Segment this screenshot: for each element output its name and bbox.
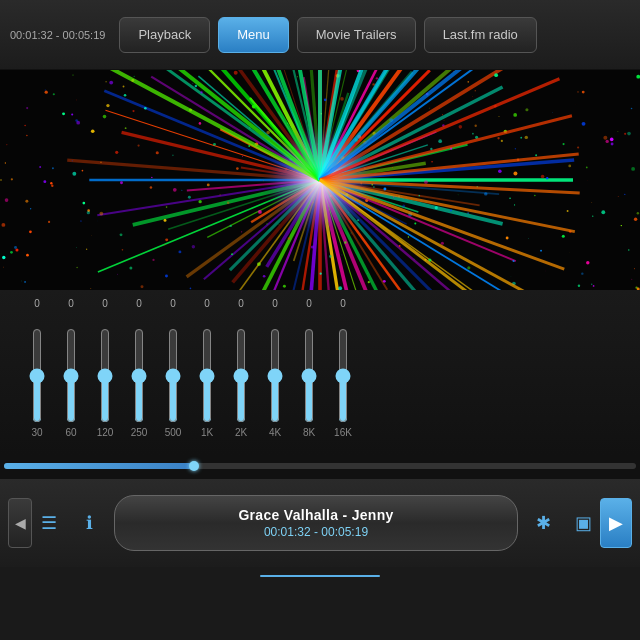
top-bar: 00:01:32 - 00:05:19 Playback Menu Movie … [0, 0, 640, 70]
progress-track[interactable] [4, 463, 636, 469]
eq-val-4: 0 [156, 298, 190, 309]
eq-lbl-250: 250 [122, 427, 156, 438]
eq-slider-30[interactable] [29, 328, 45, 423]
eq-lbl-30: 30 [20, 427, 54, 438]
video-area[interactable] [0, 70, 640, 290]
dots-indicator [260, 575, 380, 577]
track-time: 00:01:32 - 00:05:19 [264, 525, 368, 539]
bottom-dots [0, 567, 640, 585]
playlist-button[interactable]: ☰ [32, 506, 66, 540]
eq-lbl-60: 60 [54, 427, 88, 438]
eq-val-8: 0 [292, 298, 326, 309]
eq-band-120[interactable] [88, 313, 122, 423]
progress-area[interactable] [0, 455, 640, 477]
prev-button[interactable]: ◀ [8, 498, 32, 548]
track-info: Grace Valhalla - Jenny 00:01:32 - 00:05:… [114, 495, 518, 551]
nav-lastfm[interactable]: Last.fm radio [424, 17, 537, 53]
eq-band-8k[interactable] [292, 313, 326, 423]
info-button[interactable]: ℹ [72, 506, 106, 540]
eq-band-30[interactable] [20, 313, 54, 423]
eq-slider-4k[interactable] [267, 328, 283, 423]
eq-val-1: 0 [54, 298, 88, 309]
eq-slider-120[interactable] [97, 328, 113, 423]
bottom-controls: ◀ ☰ ℹ Grace Valhalla - Jenny 00:01:32 - … [0, 477, 640, 567]
nav-playback[interactable]: Playback [119, 17, 210, 53]
eq-values-row: 0 0 0 0 0 0 0 0 0 0 [20, 298, 360, 309]
prev-icon: ◀ [15, 515, 26, 531]
eq-val-7: 0 [258, 298, 292, 309]
eq-lbl-8k: 8K [292, 427, 326, 438]
eq-val-5: 0 [190, 298, 224, 309]
eq-val-9: 0 [326, 298, 360, 309]
eq-val-2: 0 [88, 298, 122, 309]
eq-lbl-16k: 16K [326, 427, 360, 438]
eq-slider-8k[interactable] [301, 328, 317, 423]
eq-val-0: 0 [20, 298, 54, 309]
left-controls: ☰ ℹ [32, 506, 106, 540]
settings-button[interactable]: ✱ [526, 506, 560, 540]
eq-sliders-row [20, 313, 360, 423]
eq-band-60[interactable] [54, 313, 88, 423]
right-controls: ✱ ▣ [526, 506, 600, 540]
eq-band-1k[interactable] [190, 313, 224, 423]
eq-band-2k[interactable] [224, 313, 258, 423]
progress-fill [4, 463, 194, 469]
eq-slider-2k[interactable] [233, 328, 249, 423]
eq-val-6: 0 [224, 298, 258, 309]
nav-movie-trailers[interactable]: Movie Trailers [297, 17, 416, 53]
eq-band-4k[interactable] [258, 313, 292, 423]
eq-lbl-4k: 4K [258, 427, 292, 438]
eq-val-3: 0 [122, 298, 156, 309]
eq-lbl-1k: 1K [190, 427, 224, 438]
time-display: 00:01:32 - 00:05:19 [10, 29, 105, 41]
fullscreen-button[interactable]: ▣ [566, 506, 600, 540]
play-icon: ▶ [609, 512, 623, 534]
play-button[interactable]: ▶ [600, 498, 632, 548]
eq-slider-16k[interactable] [335, 328, 351, 423]
eq-labels-row: 30 60 120 250 500 1K 2K 4K 8K 16K [20, 427, 360, 438]
eq-lbl-2k: 2K [224, 427, 258, 438]
eq-lbl-500: 500 [156, 427, 190, 438]
eq-slider-250[interactable] [131, 328, 147, 423]
eq-lbl-120: 120 [88, 427, 122, 438]
progress-thumb[interactable] [189, 461, 199, 471]
nav-menu[interactable]: Menu [218, 17, 289, 53]
eq-band-250[interactable] [122, 313, 156, 423]
equalizer-section: 0 0 0 0 0 0 0 0 0 0 30 60 120 250 500 1K… [0, 290, 640, 455]
eq-slider-500[interactable] [165, 328, 181, 423]
track-name: Grace Valhalla - Jenny [238, 507, 393, 523]
eq-band-16k[interactable] [326, 313, 360, 423]
eq-band-500[interactable] [156, 313, 190, 423]
eq-slider-1k[interactable] [199, 328, 215, 423]
eq-slider-60[interactable] [63, 328, 79, 423]
video-canvas [0, 70, 640, 290]
